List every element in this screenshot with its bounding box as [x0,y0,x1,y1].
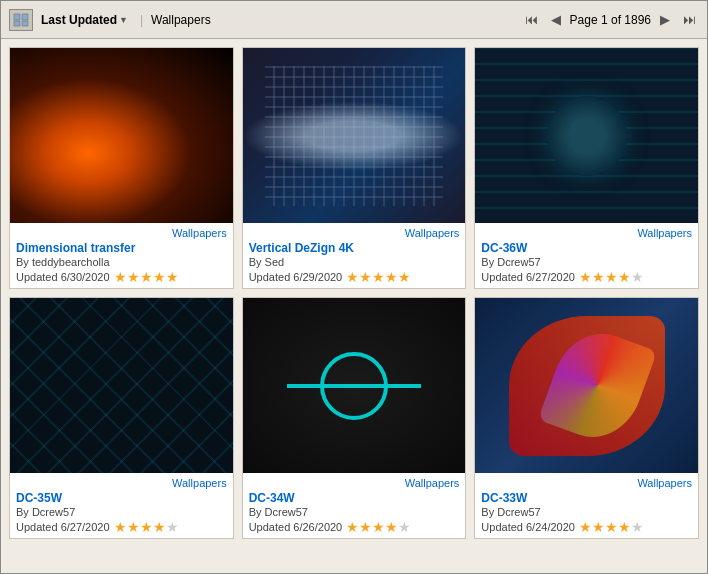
card-image-6 [475,298,698,473]
sort-button[interactable]: Last Updated ▼ [37,11,132,29]
sort-arrow-icon: ▼ [119,15,128,25]
card-author: By Dcrew57 [16,506,227,518]
sort-label: Last Updated [41,13,117,27]
card-footer-2: Wallpapers Vertical DeZign 4K By Sed Upd… [243,223,466,288]
content-area: Wallpapers Dimensional transfer By teddy… [1,39,707,573]
card-author: By Dcrew57 [481,256,692,268]
card-footer-3: Wallpapers DC-36W By Dcrew57 Updated 6/2… [475,223,698,288]
star-full: ★ [140,520,153,534]
star-full: ★ [359,270,372,284]
card-updated: Updated 6/27/2020 [481,271,575,283]
svg-rect-0 [14,14,20,20]
card-updated: Updated 6/27/2020 [16,521,110,533]
list-item: Wallpapers Dimensional transfer By teddy… [9,47,234,289]
star-full: ★ [372,520,385,534]
card-category: Wallpapers [481,227,692,239]
star-rating: ★★★★★ [346,270,411,284]
star-rating: ★★★★★ [579,270,644,284]
star-full: ★ [127,520,140,534]
card-author: By teddybearcholla [16,256,227,268]
star-full: ★ [140,270,153,284]
star-full: ★ [359,520,372,534]
card-author: By Dcrew57 [481,506,692,518]
cards-grid: Wallpapers Dimensional transfer By teddy… [9,47,699,539]
separator: | [140,13,143,27]
card-updated: Updated 6/30/2020 [16,271,110,283]
pagination-controls: ⏮ ◀ Page 1 of 1896 ▶ ⏭ [522,10,699,30]
card-footer-6: Wallpapers DC-33W By Dcrew57 Updated 6/2… [475,473,698,538]
star-full: ★ [618,520,631,534]
svg-rect-2 [14,21,20,26]
card-meta: Updated 6/24/2020 ★★★★★ [481,520,692,534]
card-author: By Dcrew57 [249,506,460,518]
section-label: Wallpapers [151,13,211,27]
page-info: Page 1 of 1896 [570,13,651,27]
list-item: Wallpapers DC-34W By Dcrew57 Updated 6/2… [242,297,467,539]
star-full: ★ [385,520,398,534]
toolbar: Last Updated ▼ | Wallpapers ⏮ ◀ Page 1 o… [1,1,707,39]
last-page-button[interactable]: ⏭ [679,10,699,30]
card-meta: Updated 6/30/2020 ★★★★★ [16,270,227,284]
list-item: Wallpapers DC-35W By Dcrew57 Updated 6/2… [9,297,234,539]
star-full: ★ [114,520,127,534]
card-title[interactable]: DC-34W [249,491,460,505]
card-image-1 [10,48,233,223]
star-full: ★ [592,520,605,534]
star-empty: ★ [166,520,179,534]
star-rating: ★★★★★ [346,520,411,534]
star-full: ★ [346,270,359,284]
star-rating: ★★★★★ [114,270,179,284]
card-meta: Updated 6/27/2020 ★★★★★ [481,270,692,284]
star-full: ★ [605,520,618,534]
star-empty: ★ [398,520,411,534]
star-full: ★ [579,520,592,534]
list-item: Wallpapers DC-33W By Dcrew57 Updated 6/2… [474,297,699,539]
star-empty: ★ [631,270,644,284]
star-rating: ★★★★★ [579,520,644,534]
star-full: ★ [398,270,411,284]
card-meta: Updated 6/26/2020 ★★★★★ [249,520,460,534]
card-updated: Updated 6/29/2020 [249,271,343,283]
card-category: Wallpapers [16,227,227,239]
next-page-button[interactable]: ▶ [655,10,675,30]
star-full: ★ [605,270,618,284]
list-item: Wallpapers Vertical DeZign 4K By Sed Upd… [242,47,467,289]
card-title[interactable]: DC-36W [481,241,692,255]
star-full: ★ [372,270,385,284]
star-full: ★ [114,270,127,284]
card-updated: Updated 6/24/2020 [481,521,575,533]
card-author: By Sed [249,256,460,268]
card-image-4 [10,298,233,473]
svg-rect-3 [22,21,28,26]
card-category: Wallpapers [249,227,460,239]
prev-page-button[interactable]: ◀ [546,10,566,30]
star-full: ★ [127,270,140,284]
card-title[interactable]: Dimensional transfer [16,241,227,255]
card-category: Wallpapers [249,477,460,489]
first-page-button[interactable]: ⏮ [522,10,542,30]
star-full: ★ [346,520,359,534]
main-window: Last Updated ▼ | Wallpapers ⏮ ◀ Page 1 o… [0,0,708,574]
card-footer-5: Wallpapers DC-34W By Dcrew57 Updated 6/2… [243,473,466,538]
card-image-5 [243,298,466,473]
card-meta: Updated 6/27/2020 ★★★★★ [16,520,227,534]
star-full: ★ [385,270,398,284]
star-full: ★ [592,270,605,284]
card-title[interactable]: DC-35W [16,491,227,505]
star-rating: ★★★★★ [114,520,179,534]
star-full: ★ [618,270,631,284]
card-category: Wallpapers [16,477,227,489]
list-item: Wallpapers DC-36W By Dcrew57 Updated 6/2… [474,47,699,289]
card-title[interactable]: DC-33W [481,491,692,505]
card-image-2 [243,48,466,223]
card-footer-4: Wallpapers DC-35W By Dcrew57 Updated 6/2… [10,473,233,538]
menu-icon[interactable] [9,9,33,31]
star-empty: ★ [631,520,644,534]
star-full: ★ [166,270,179,284]
star-full: ★ [153,520,166,534]
card-title[interactable]: Vertical DeZign 4K [249,241,460,255]
star-full: ★ [153,270,166,284]
card-updated: Updated 6/26/2020 [249,521,343,533]
svg-rect-1 [22,14,28,20]
card-footer-1: Wallpapers Dimensional transfer By teddy… [10,223,233,288]
